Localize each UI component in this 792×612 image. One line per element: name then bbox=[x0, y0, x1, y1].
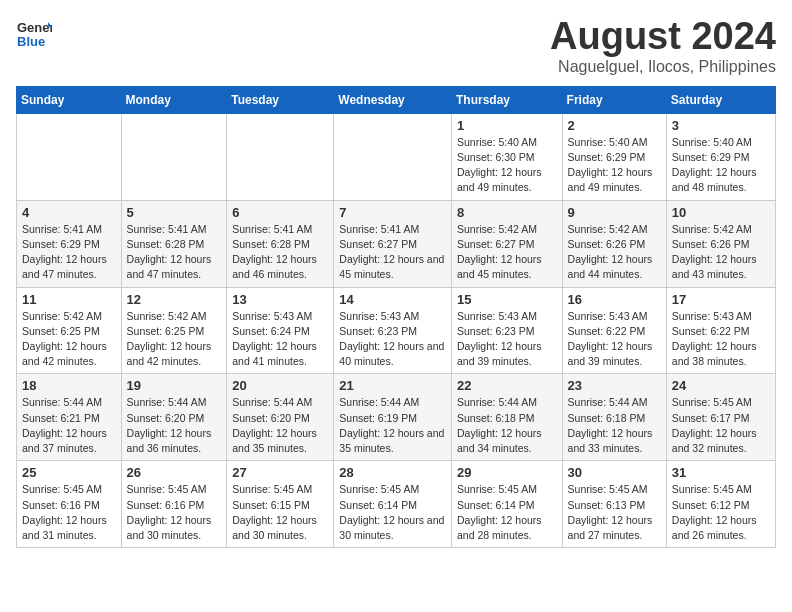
cell-content: Sunrise: 5:42 AM Sunset: 6:27 PM Dayligh… bbox=[457, 222, 557, 283]
calendar-cell: 20Sunrise: 5:44 AM Sunset: 6:20 PM Dayli… bbox=[227, 374, 334, 461]
week-row-3: 11Sunrise: 5:42 AM Sunset: 6:25 PM Dayli… bbox=[17, 287, 776, 374]
calendar-cell bbox=[334, 113, 452, 200]
logo-svg: General Blue bbox=[16, 16, 52, 52]
day-number: 4 bbox=[22, 205, 116, 220]
week-row-1: 1Sunrise: 5:40 AM Sunset: 6:30 PM Daylig… bbox=[17, 113, 776, 200]
calendar-cell: 15Sunrise: 5:43 AM Sunset: 6:23 PM Dayli… bbox=[451, 287, 562, 374]
day-number: 11 bbox=[22, 292, 116, 307]
day-number: 27 bbox=[232, 465, 328, 480]
calendar-cell: 14Sunrise: 5:43 AM Sunset: 6:23 PM Dayli… bbox=[334, 287, 452, 374]
calendar-cell: 9Sunrise: 5:42 AM Sunset: 6:26 PM Daylig… bbox=[562, 200, 666, 287]
calendar-cell: 12Sunrise: 5:42 AM Sunset: 6:25 PM Dayli… bbox=[121, 287, 227, 374]
day-number: 25 bbox=[22, 465, 116, 480]
day-number: 28 bbox=[339, 465, 446, 480]
calendar-cell: 16Sunrise: 5:43 AM Sunset: 6:22 PM Dayli… bbox=[562, 287, 666, 374]
calendar-cell: 24Sunrise: 5:45 AM Sunset: 6:17 PM Dayli… bbox=[666, 374, 775, 461]
cell-content: Sunrise: 5:42 AM Sunset: 6:26 PM Dayligh… bbox=[568, 222, 661, 283]
cell-content: Sunrise: 5:40 AM Sunset: 6:29 PM Dayligh… bbox=[672, 135, 770, 196]
calendar-cell: 28Sunrise: 5:45 AM Sunset: 6:14 PM Dayli… bbox=[334, 461, 452, 548]
calendar-cell: 26Sunrise: 5:45 AM Sunset: 6:16 PM Dayli… bbox=[121, 461, 227, 548]
logo: General Blue bbox=[16, 16, 52, 52]
calendar-cell: 30Sunrise: 5:45 AM Sunset: 6:13 PM Dayli… bbox=[562, 461, 666, 548]
calendar-cell: 6Sunrise: 5:41 AM Sunset: 6:28 PM Daylig… bbox=[227, 200, 334, 287]
day-header-saturday: Saturday bbox=[666, 86, 775, 113]
cell-content: Sunrise: 5:45 AM Sunset: 6:14 PM Dayligh… bbox=[339, 482, 446, 543]
main-title: August 2024 bbox=[550, 16, 776, 58]
cell-content: Sunrise: 5:45 AM Sunset: 6:16 PM Dayligh… bbox=[22, 482, 116, 543]
calendar-cell: 4Sunrise: 5:41 AM Sunset: 6:29 PM Daylig… bbox=[17, 200, 122, 287]
cell-content: Sunrise: 5:41 AM Sunset: 6:28 PM Dayligh… bbox=[127, 222, 222, 283]
cell-content: Sunrise: 5:45 AM Sunset: 6:12 PM Dayligh… bbox=[672, 482, 770, 543]
day-number: 2 bbox=[568, 118, 661, 133]
calendar-cell: 2Sunrise: 5:40 AM Sunset: 6:29 PM Daylig… bbox=[562, 113, 666, 200]
day-number: 17 bbox=[672, 292, 770, 307]
calendar-cell: 3Sunrise: 5:40 AM Sunset: 6:29 PM Daylig… bbox=[666, 113, 775, 200]
day-number: 30 bbox=[568, 465, 661, 480]
cell-content: Sunrise: 5:41 AM Sunset: 6:29 PM Dayligh… bbox=[22, 222, 116, 283]
cell-content: Sunrise: 5:43 AM Sunset: 6:22 PM Dayligh… bbox=[672, 309, 770, 370]
calendar-cell bbox=[17, 113, 122, 200]
cell-content: Sunrise: 5:40 AM Sunset: 6:29 PM Dayligh… bbox=[568, 135, 661, 196]
calendar-cell: 21Sunrise: 5:44 AM Sunset: 6:19 PM Dayli… bbox=[334, 374, 452, 461]
calendar-cell: 31Sunrise: 5:45 AM Sunset: 6:12 PM Dayli… bbox=[666, 461, 775, 548]
cell-content: Sunrise: 5:42 AM Sunset: 6:26 PM Dayligh… bbox=[672, 222, 770, 283]
day-number: 10 bbox=[672, 205, 770, 220]
cell-content: Sunrise: 5:42 AM Sunset: 6:25 PM Dayligh… bbox=[127, 309, 222, 370]
cell-content: Sunrise: 5:45 AM Sunset: 6:15 PM Dayligh… bbox=[232, 482, 328, 543]
day-number: 3 bbox=[672, 118, 770, 133]
cell-content: Sunrise: 5:44 AM Sunset: 6:21 PM Dayligh… bbox=[22, 395, 116, 456]
cell-content: Sunrise: 5:43 AM Sunset: 6:24 PM Dayligh… bbox=[232, 309, 328, 370]
cell-content: Sunrise: 5:44 AM Sunset: 6:20 PM Dayligh… bbox=[127, 395, 222, 456]
day-number: 14 bbox=[339, 292, 446, 307]
cell-content: Sunrise: 5:44 AM Sunset: 6:18 PM Dayligh… bbox=[568, 395, 661, 456]
calendar-cell: 1Sunrise: 5:40 AM Sunset: 6:30 PM Daylig… bbox=[451, 113, 562, 200]
cell-content: Sunrise: 5:43 AM Sunset: 6:23 PM Dayligh… bbox=[457, 309, 557, 370]
week-row-4: 18Sunrise: 5:44 AM Sunset: 6:21 PM Dayli… bbox=[17, 374, 776, 461]
calendar-cell: 23Sunrise: 5:44 AM Sunset: 6:18 PM Dayli… bbox=[562, 374, 666, 461]
day-number: 31 bbox=[672, 465, 770, 480]
calendar-cell: 5Sunrise: 5:41 AM Sunset: 6:28 PM Daylig… bbox=[121, 200, 227, 287]
day-number: 22 bbox=[457, 378, 557, 393]
day-header-wednesday: Wednesday bbox=[334, 86, 452, 113]
day-number: 7 bbox=[339, 205, 446, 220]
svg-text:General: General bbox=[17, 20, 52, 35]
week-row-2: 4Sunrise: 5:41 AM Sunset: 6:29 PM Daylig… bbox=[17, 200, 776, 287]
week-row-5: 25Sunrise: 5:45 AM Sunset: 6:16 PM Dayli… bbox=[17, 461, 776, 548]
day-header-thursday: Thursday bbox=[451, 86, 562, 113]
cell-content: Sunrise: 5:43 AM Sunset: 6:23 PM Dayligh… bbox=[339, 309, 446, 370]
cell-content: Sunrise: 5:44 AM Sunset: 6:18 PM Dayligh… bbox=[457, 395, 557, 456]
svg-text:Blue: Blue bbox=[17, 34, 45, 49]
day-header-sunday: Sunday bbox=[17, 86, 122, 113]
cell-content: Sunrise: 5:41 AM Sunset: 6:27 PM Dayligh… bbox=[339, 222, 446, 283]
title-area: August 2024 Naguelguel, Ilocos, Philippi… bbox=[550, 16, 776, 76]
cell-content: Sunrise: 5:42 AM Sunset: 6:25 PM Dayligh… bbox=[22, 309, 116, 370]
day-number: 13 bbox=[232, 292, 328, 307]
day-number: 15 bbox=[457, 292, 557, 307]
day-number: 16 bbox=[568, 292, 661, 307]
calendar-cell: 7Sunrise: 5:41 AM Sunset: 6:27 PM Daylig… bbox=[334, 200, 452, 287]
day-header-friday: Friday bbox=[562, 86, 666, 113]
calendar-cell: 11Sunrise: 5:42 AM Sunset: 6:25 PM Dayli… bbox=[17, 287, 122, 374]
day-number: 5 bbox=[127, 205, 222, 220]
cell-content: Sunrise: 5:45 AM Sunset: 6:16 PM Dayligh… bbox=[127, 482, 222, 543]
day-number: 23 bbox=[568, 378, 661, 393]
day-number: 9 bbox=[568, 205, 661, 220]
calendar-cell: 29Sunrise: 5:45 AM Sunset: 6:14 PM Dayli… bbox=[451, 461, 562, 548]
cell-content: Sunrise: 5:41 AM Sunset: 6:28 PM Dayligh… bbox=[232, 222, 328, 283]
calendar-table: SundayMondayTuesdayWednesdayThursdayFrid… bbox=[16, 86, 776, 548]
cell-content: Sunrise: 5:44 AM Sunset: 6:19 PM Dayligh… bbox=[339, 395, 446, 456]
day-number: 8 bbox=[457, 205, 557, 220]
day-number: 20 bbox=[232, 378, 328, 393]
calendar-cell: 13Sunrise: 5:43 AM Sunset: 6:24 PM Dayli… bbox=[227, 287, 334, 374]
calendar-cell bbox=[121, 113, 227, 200]
calendar-cell: 27Sunrise: 5:45 AM Sunset: 6:15 PM Dayli… bbox=[227, 461, 334, 548]
calendar-cell: 25Sunrise: 5:45 AM Sunset: 6:16 PM Dayli… bbox=[17, 461, 122, 548]
day-header-monday: Monday bbox=[121, 86, 227, 113]
page-header: General Blue August 2024 Naguelguel, Ilo… bbox=[16, 16, 776, 76]
calendar-cell: 22Sunrise: 5:44 AM Sunset: 6:18 PM Dayli… bbox=[451, 374, 562, 461]
cell-content: Sunrise: 5:45 AM Sunset: 6:13 PM Dayligh… bbox=[568, 482, 661, 543]
day-number: 29 bbox=[457, 465, 557, 480]
calendar-cell: 8Sunrise: 5:42 AM Sunset: 6:27 PM Daylig… bbox=[451, 200, 562, 287]
calendar-cell: 10Sunrise: 5:42 AM Sunset: 6:26 PM Dayli… bbox=[666, 200, 775, 287]
cell-content: Sunrise: 5:45 AM Sunset: 6:14 PM Dayligh… bbox=[457, 482, 557, 543]
